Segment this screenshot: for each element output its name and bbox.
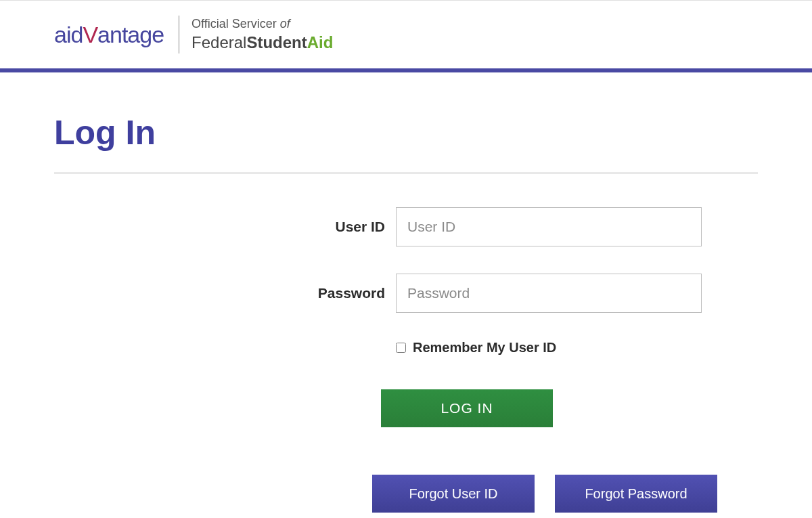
forgot-password-button[interactable]: Forgot Password (555, 475, 717, 513)
tagline-of: of (280, 17, 290, 30)
header-divider (179, 16, 179, 53)
brand-v: V (83, 22, 97, 47)
tagline-bottom: FederalStudentAid (191, 32, 333, 53)
brand-aid: aid (54, 22, 83, 47)
user-id-label: User ID (54, 219, 396, 235)
tagline-student: Student (246, 33, 307, 51)
login-form: User ID Password Remember My User ID LOG… (54, 207, 717, 513)
password-row: Password (54, 274, 717, 313)
tagline-prefix: Official Servicer (191, 17, 280, 30)
tagline-top: Official Servicer of (191, 16, 333, 32)
brand-logo: aidVantage (54, 22, 164, 48)
password-label: Password (54, 285, 396, 301)
tagline-federal: Federal (191, 33, 246, 51)
title-underline (54, 173, 758, 173)
login-button-row: LOG IN (217, 389, 717, 427)
page-title: Log In (54, 113, 758, 152)
site-header: aidVantage Official Servicer of FederalS… (0, 1, 812, 68)
brand-antage: antage (97, 22, 164, 47)
login-button[interactable]: LOG IN (381, 389, 553, 427)
user-id-input[interactable] (396, 207, 702, 246)
main-content: Log In User ID Password Remember My User… (0, 72, 812, 518)
remember-row: Remember My User ID (396, 340, 717, 355)
remember-checkbox[interactable] (396, 343, 406, 353)
user-id-row: User ID (54, 207, 717, 246)
tagline-block: Official Servicer of FederalStudentAid (191, 16, 333, 53)
forgot-user-id-button[interactable]: Forgot User ID (372, 475, 535, 513)
remember-label: Remember My User ID (413, 340, 556, 355)
password-input[interactable] (396, 274, 702, 313)
forgot-row: Forgot User ID Forgot Password (372, 475, 717, 513)
tagline-aid: Aid (307, 33, 334, 51)
